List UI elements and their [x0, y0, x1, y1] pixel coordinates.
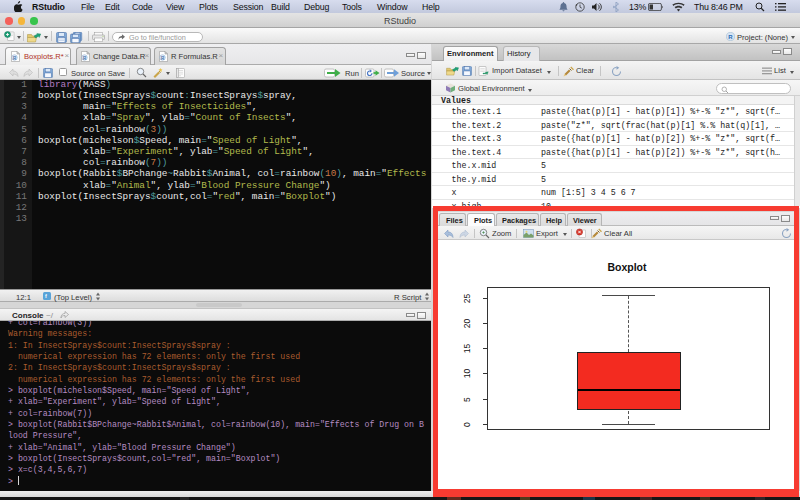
- svg-text:f: f: [45, 293, 47, 299]
- svg-text:R: R: [728, 33, 733, 39]
